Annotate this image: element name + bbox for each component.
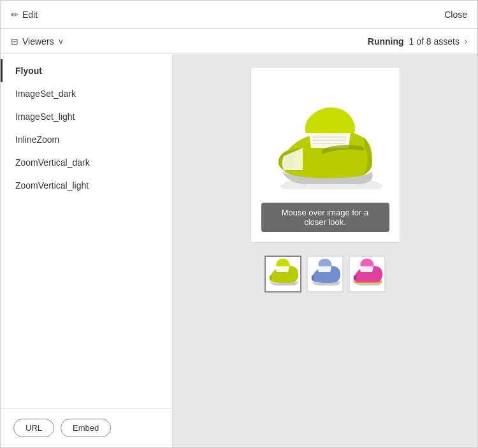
sidebar-item-zoomvertical-dark[interactable]: ZoomVertical_dark [1, 151, 172, 174]
thumbnail-1[interactable] [264, 256, 301, 293]
app-container: ✏ Edit Close ⊟ Viewers ∨ Running 1 of 8 … [0, 0, 478, 448]
sidebar-item-label: InlineZoom [15, 134, 59, 145]
header: ✏ Edit Close [1, 1, 477, 29]
next-asset-button[interactable]: › [465, 37, 467, 46]
sidebar-items-list: Flyout ImageSet_dark ImageSet_light Inli… [1, 54, 172, 408]
edit-icon: ✏ [11, 10, 18, 20]
preview-area: Mouse over image for a closer look. [173, 54, 477, 447]
sidebar-footer: URL Embed [1, 408, 172, 447]
assets-count: 1 of 8 assets [409, 36, 460, 47]
header-left: ✏ Edit [11, 10, 38, 20]
embed-button[interactable]: Embed [61, 419, 111, 437]
running-status: Running [368, 36, 404, 47]
shoe-image-svg [264, 81, 386, 189]
sidebar-item-label: ZoomVertical_light [15, 180, 89, 191]
viewers-icon: ⊟ [11, 36, 18, 47]
toolbar: ⊟ Viewers ∨ Running 1 of 8 assets › [1, 29, 477, 54]
sidebar-item-imageset-dark[interactable]: ImageSet_dark [1, 82, 172, 105]
url-button[interactable]: URL [13, 419, 54, 437]
sidebar-item-imageset-light[interactable]: ImageSet_light [1, 105, 172, 128]
sidebar-item-label: ImageSet_light [15, 112, 75, 122]
header-title: Edit [22, 10, 38, 20]
thumb-shoe-1 [267, 258, 299, 290]
sidebar-item-flyout[interactable]: Flyout [1, 59, 172, 82]
viewers-group[interactable]: ⊟ Viewers ∨ [11, 36, 64, 47]
close-button[interactable]: Close [444, 10, 467, 20]
thumbnails-row [264, 256, 386, 293]
sidebar-item-inlinezoom[interactable]: InlineZoom [1, 128, 172, 151]
thumb-shoe-2 [309, 258, 341, 290]
status-group: Running 1 of 8 assets › [368, 36, 467, 47]
main-shoe-image [264, 78, 386, 192]
main-image-panel: Mouse over image for a closer look. [250, 67, 400, 243]
main-content: Flyout ImageSet_dark ImageSet_light Inli… [1, 54, 477, 447]
tooltip-text: Mouse over image for a closer look. [282, 208, 369, 227]
sidebar: Flyout ImageSet_dark ImageSet_light Inli… [1, 54, 173, 447]
sidebar-item-label: ImageSet_dark [15, 89, 76, 99]
sidebar-item-zoomvertical-light[interactable]: ZoomVertical_light [1, 174, 172, 197]
chevron-down-icon: ∨ [58, 37, 64, 46]
thumbnail-2[interactable] [307, 256, 344, 293]
viewers-label: Viewers [22, 36, 54, 47]
tooltip-box: Mouse over image for a closer look. [261, 203, 389, 232]
sidebar-item-label: ZoomVertical_dark [15, 157, 90, 168]
sidebar-item-label: Flyout [15, 66, 42, 76]
thumbnail-3[interactable] [349, 256, 386, 293]
thumb-shoe-3 [351, 258, 383, 290]
